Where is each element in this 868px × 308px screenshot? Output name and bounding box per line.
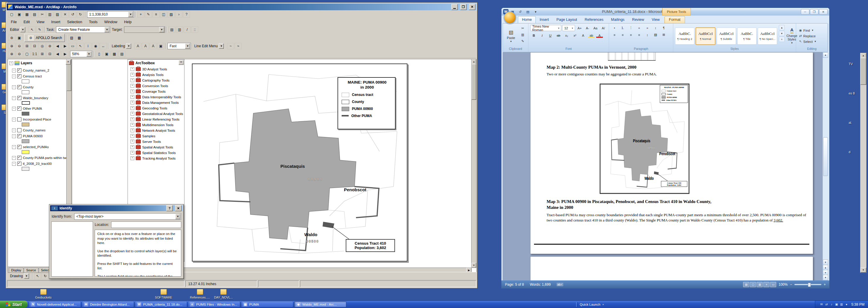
layer-symbol-swatch[interactable] [22,150,29,154]
decrease-indent-icon[interactable]: « [636,25,643,31]
collapse-icon[interactable]: − [12,118,16,121]
identify-results-tree[interactable] [51,221,93,277]
table-of-contents-icon[interactable]: ≡ [153,11,159,18]
styles-group-label[interactable]: Styles [673,47,796,52]
collapse-icon[interactable]: − [12,96,16,100]
line-smooth-icon[interactable]: ~ [227,43,234,49]
toolbox-item[interactable]: + Analysis Tools [128,72,184,78]
expand-icon[interactable]: + [130,156,134,160]
layout-page[interactable]: Piscataquis 00900 Penobscot Waldo 00500 … [192,63,408,261]
collapse-icon[interactable]: − [12,134,16,138]
highlight-icon[interactable]: ab [588,33,595,38]
select-button[interactable]: ↖ Select▼ [798,39,817,44]
desktop-icon[interactable]: SOFTWARE [152,289,175,299]
sort-icon[interactable]: ↕ [652,25,659,31]
toolbox-item[interactable]: + Coverage Tools [128,89,184,94]
underline-icon[interactable]: U [547,33,554,38]
data-driven-pages-icon[interactable]: ▤ [119,51,125,57]
menu-item[interactable]: View [34,19,47,25]
desktop-icon[interactable]: References..... [188,289,212,299]
layout-zoom-100-icon[interactable]: 1:1 [31,51,38,57]
collapse-icon[interactable]: − [12,85,16,89]
expand-icon[interactable]: + [130,128,134,132]
toolbox-item[interactable]: + Spatial Analyst Tools [128,144,184,150]
chevron-down-icon[interactable]: ▼ [20,27,25,32]
delete-icon[interactable]: ✕ [62,11,69,18]
toolbox-item[interactable]: + Conversion Tools [128,83,184,89]
font-size-combo[interactable]: 12 ▾ [562,25,575,31]
page-indicator[interactable]: Page: 5 of 8 [505,282,524,286]
toolbox-item[interactable]: + Multidimension Tools [128,122,184,128]
layer-visibility-checkbox[interactable] [17,117,22,121]
target-combo[interactable]: ▼ [124,26,165,33]
rotate-element-icon[interactable]: ↻ [42,273,49,279]
arctoolbox-root[interactable]: ArcToolbox [128,60,184,66]
ribbon-tab[interactable]: Mailings [607,17,628,23]
menu-item[interactable]: Tools [86,19,100,25]
layer-symbol-swatch[interactable] [22,80,29,83]
help-icon[interactable]: ? [183,11,190,18]
line-edit-menu[interactable]: Line Edit Menu▼ [192,43,225,49]
edit-arrow-icon[interactable]: ↖ [28,26,35,33]
layer-item[interactable]: − County PUMA parts within two PUMAs [8,155,66,161]
gallery-up-icon[interactable]: ▲ [779,25,785,30]
toolbox-item[interactable]: + Linear Referencing Tools [128,117,184,122]
taskbar-item[interactable]: ✉ Deirdre Bevington Attard... [82,301,134,307]
maximize-button[interactable]: ❐ [460,4,467,10]
layer-item[interactable]: − County_names_2 [8,67,66,73]
chevron-down-icon[interactable]: ▼ [175,214,180,219]
toolbox-item[interactable]: + Cartography Tools [128,78,184,83]
layer-visibility-checkbox[interactable] [17,85,22,89]
map-scale-combo[interactable]: 1:1,338,910 ▼ [87,11,134,18]
apollo-catalog-icon[interactable]: ▣ [16,35,23,41]
new-document-icon[interactable]: ▢ [8,11,15,18]
scrollbar-thumb[interactable] [67,64,71,91]
layer-visibility-checkbox[interactable] [17,106,22,111]
toolbox-item[interactable]: + Data Management Tools [128,100,184,105]
layer-item[interactable]: − County [8,84,66,94]
full-screen-view-icon[interactable]: ▢ [750,282,756,287]
copy-icon[interactable]: ▥ [46,11,53,18]
proofing-status-icon[interactable]: ab✓ [557,283,564,286]
scrollbar-thumb[interactable] [860,58,866,85]
change-case-icon[interactable]: Aa [592,25,599,31]
expand-icon[interactable]: + [130,73,134,76]
layer-visibility-checkbox[interactable] [17,134,22,138]
chevron-down-icon[interactable]: ▼ [87,51,92,57]
zoom-next-icon[interactable]: ▶ [62,43,69,49]
security-icon[interactable]: ▣ [834,302,839,307]
italic-icon[interactable]: I [538,33,546,38]
align-center-icon[interactable]: ≡ [619,32,626,37]
ribbon-tab[interactable]: Page Layout [553,17,581,23]
justify-icon[interactable]: ≡ [636,32,643,37]
map3-figure[interactable]: Piscataquis 00900 Penobscot Waldo MAINE:… [600,84,689,194]
layer-symbol-swatch[interactable] [22,112,29,116]
expand-icon[interactable]: + [130,95,134,99]
bold-icon[interactable]: B [530,33,537,38]
cut-icon[interactable]: ✂ [519,26,526,31]
layout-zoom-in-icon[interactable]: ⊕ [8,51,15,57]
toolbox-item[interactable]: + Tracking Analyst Tools [128,155,184,161]
style-chip[interactable]: AaBbCcI ¶ Subtitle [717,28,736,44]
previous-figure-fragment[interactable] [608,53,656,61]
scroll-up-icon[interactable]: ▲ [471,59,476,64]
layout-zoom-combo[interactable]: 58% ▼ [70,51,92,57]
start-button[interactable]: Start [0,301,28,308]
bullets-icon[interactable]: • [611,25,618,31]
chevron-down-icon[interactable]: ▼ [128,12,133,17]
map-legend[interactable]: MAINE: PUMA 00900in 2000 Census tract [338,77,396,129]
undo-icon[interactable]: ↺ [69,11,76,18]
fixed-zoom-out-icon[interactable]: ⊟ [31,43,38,49]
scroll-down-icon[interactable]: ▼ [471,263,476,268]
restore-button[interactable]: ❐ [810,9,818,15]
print-icon[interactable]: ▤ [31,11,38,18]
collapse-icon[interactable]: − [12,107,16,111]
layer-item[interactable]: − Census tract [8,73,66,83]
collapse-icon[interactable]: − [12,162,16,166]
zoom-slider-thumb[interactable] [808,283,811,287]
task-combo[interactable]: Create New Feature ▼ [56,26,110,33]
clipboard-group-label[interactable]: Clipboard [503,47,528,52]
office-button[interactable] [504,11,516,24]
sketch-properties-icon[interactable]: ▥ [176,26,183,33]
zoom-out-icon[interactable]: ⊖ [16,43,23,49]
